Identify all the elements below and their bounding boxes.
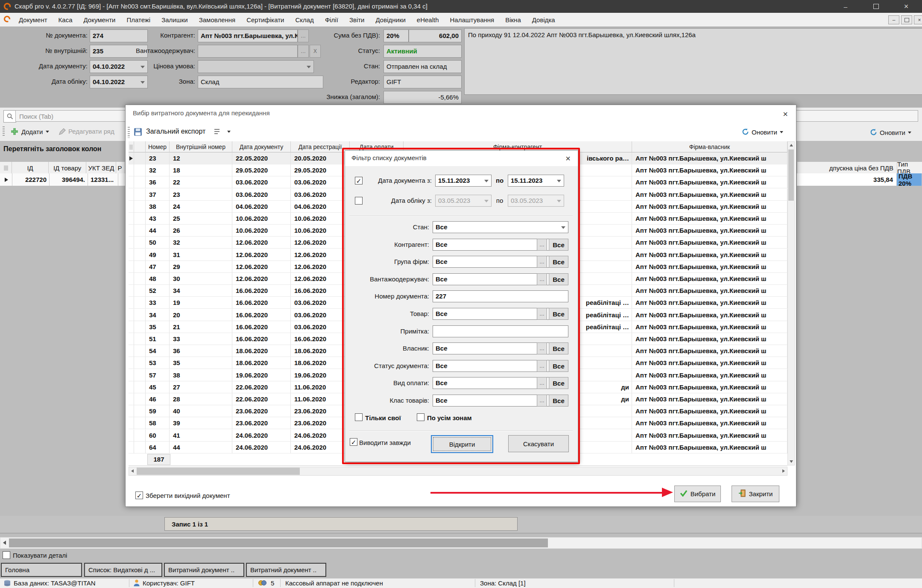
filter-more-button-9[interactable]: … (537, 377, 547, 389)
scrollbar-thumb[interactable] (137, 468, 300, 475)
menu-item-філії[interactable]: Філії (319, 13, 344, 26)
menu-item-каса[interactable]: Каса (53, 13, 78, 26)
scrollbar-thumb[interactable] (788, 149, 794, 201)
filter-more-button-2[interactable]: … (537, 256, 547, 268)
consignee-field[interactable] (198, 45, 298, 58)
filter-all-button-8[interactable]: Все (549, 360, 568, 372)
chevron-down-icon[interactable] (484, 180, 489, 182)
maximize-button[interactable] (866, 0, 886, 13)
cancel-button[interactable]: Скасувати (508, 435, 569, 452)
left-grid-row[interactable]: 222720 396494. 12331... (0, 173, 125, 186)
filter-field-4[interactable]: 227 (433, 290, 568, 302)
filter-field-8[interactable]: Все (433, 360, 552, 372)
menu-item-документ[interactable]: Документ (13, 13, 53, 26)
select-button[interactable]: Вибрати (674, 486, 721, 502)
tab-expense-doc-2[interactable]: Витратний документ .. (246, 563, 326, 577)
close-button[interactable]: × (896, 0, 916, 13)
column-header[interactable]: Фірма-власник (632, 141, 787, 152)
chevron-down-icon[interactable] (561, 226, 565, 229)
tab-expense-doc-1[interactable]: Витратний документ .. (164, 563, 244, 577)
all-zones-checkbox[interactable] (417, 413, 424, 421)
right-grid-row[interactable]: 335,84 ПДВ 20% (797, 173, 922, 186)
filter-all-button-1[interactable]: Все (549, 239, 568, 251)
contragent-field[interactable]: Апт №003 пгт.Барышевка, ул.Киев (198, 29, 298, 42)
filter-more-button-3[interactable]: … (537, 273, 547, 285)
minimize-button[interactable]: – (836, 0, 855, 13)
date-acc-checkbox[interactable] (355, 197, 363, 205)
menu-item-налаштування[interactable]: Налаштування (445, 13, 500, 26)
add-button[interactable]: Додати (21, 126, 49, 137)
menu-item-довідка[interactable]: Довідка (527, 13, 561, 26)
filter-field-7[interactable]: Все (433, 342, 552, 354)
toolbar-grip[interactable] (3, 126, 5, 137)
left-grid-header-ukt[interactable]: УКТ ЗЕД (86, 162, 116, 174)
horizontal-scrollbar[interactable] (129, 467, 787, 476)
filter-all-button-10[interactable]: Все (549, 395, 568, 407)
filter-all-button-7[interactable]: Все (549, 342, 568, 354)
right-grid-header-price[interactable]: дпускна ціна без ПДВ (797, 162, 897, 174)
scroll-right-icon[interactable] (782, 469, 785, 473)
search-icon[interactable] (3, 110, 16, 123)
close-dialog-button[interactable]: Закрити (732, 486, 779, 502)
bottom-scrollbar[interactable] (0, 537, 922, 549)
filter-all-button-2[interactable]: Все (549, 256, 568, 268)
toolbar-grip[interactable] (128, 127, 130, 138)
column-header[interactable]: Дата документу (232, 141, 291, 152)
menu-item-сертифікати[interactable]: Сертифікати (241, 13, 290, 26)
menu-item-залишки[interactable]: Залишки (156, 13, 193, 26)
menu-item-довідники[interactable]: Довідники (370, 13, 411, 26)
only-own-checkbox[interactable] (355, 413, 363, 421)
checkbox-unchecked-icon[interactable] (3, 551, 10, 559)
vertical-scrollbar[interactable] (787, 141, 795, 465)
open-button[interactable]: Відкрити (431, 435, 493, 453)
chevron-down-icon[interactable] (557, 180, 561, 182)
filter-more-button-5[interactable]: … (537, 308, 547, 320)
menu-item-звіти[interactable]: Звіти (344, 13, 370, 26)
edit-row-button[interactable]: Редагувати ряд (68, 128, 114, 135)
chevron-down-icon[interactable] (227, 131, 231, 133)
menu-item-склад[interactable]: Склад (290, 13, 319, 26)
menu-item-ehealth[interactable]: eHealth (411, 13, 445, 26)
left-grid-header-product-id[interactable]: ІД товару (49, 162, 87, 174)
menu-item-платежі[interactable]: Платежі (121, 13, 156, 26)
checkbox-checked-icon[interactable]: ✓ (135, 491, 143, 499)
filter-field-6[interactable] (433, 325, 568, 337)
show-details-checkbox[interactable]: Показувати деталі (3, 551, 67, 559)
filter-more-button-8[interactable]: … (537, 360, 547, 372)
dialog-refresh-button[interactable]: Оновити (752, 127, 783, 137)
filter-all-button-3[interactable]: Все (549, 273, 568, 285)
filter-more-button-10[interactable]: … (537, 395, 547, 407)
filter-all-button-5[interactable]: Все (549, 308, 568, 320)
tab-expense-list[interactable]: Список: Видаткові д ... (84, 563, 162, 577)
filter-field-0[interactable]: Все (433, 221, 568, 233)
column-header[interactable]: Внутрішній номер (170, 141, 232, 152)
child-restore-button[interactable] (901, 15, 912, 24)
always-show-checkbox[interactable]: ✓ (350, 438, 357, 446)
column-header[interactable]: Дата реєстрації (291, 141, 350, 152)
date-acc-from[interactable]: 03.05.2023 (435, 195, 492, 207)
filter-more-button-7[interactable]: … (537, 342, 547, 354)
filter-more-button-1[interactable]: … (537, 239, 547, 251)
main-refresh-button[interactable]: Оновити (880, 127, 911, 137)
scroll-down-icon[interactable] (790, 460, 793, 463)
menu-item-вікна[interactable]: Вікна (500, 13, 527, 26)
filter-field-5[interactable]: Все (433, 308, 552, 320)
save-source-checkbox[interactable]: ✓ Зберегти вихідний документ (135, 491, 230, 499)
date-acc-to[interactable]: 03.05.2023 (508, 195, 564, 207)
scroll-up-icon[interactable] (790, 144, 793, 146)
date-doc-from[interactable]: 15.11.2023 (435, 175, 492, 187)
filter-field-1[interactable]: Все (433, 239, 552, 251)
left-grid-header-id[interactable]: ІД (12, 162, 49, 174)
scroll-left-icon[interactable] (131, 469, 134, 473)
filter-field-10[interactable]: Все (433, 395, 552, 407)
scrollbar-thumb[interactable] (9, 538, 548, 547)
price-condition-field[interactable] (198, 60, 314, 73)
filter-close-icon[interactable]: × (562, 153, 574, 164)
menu-item-замовлення[interactable]: Замовлення (193, 13, 241, 26)
child-minimize-button[interactable]: – (888, 15, 899, 24)
list-options-icon[interactable] (213, 128, 222, 137)
left-grid-header-clipped[interactable]: Р (116, 162, 125, 174)
filter-field-3[interactable]: Все (433, 273, 552, 285)
filter-field-9[interactable]: Все (433, 377, 552, 389)
menu-item-документи[interactable]: Документи (78, 13, 121, 26)
